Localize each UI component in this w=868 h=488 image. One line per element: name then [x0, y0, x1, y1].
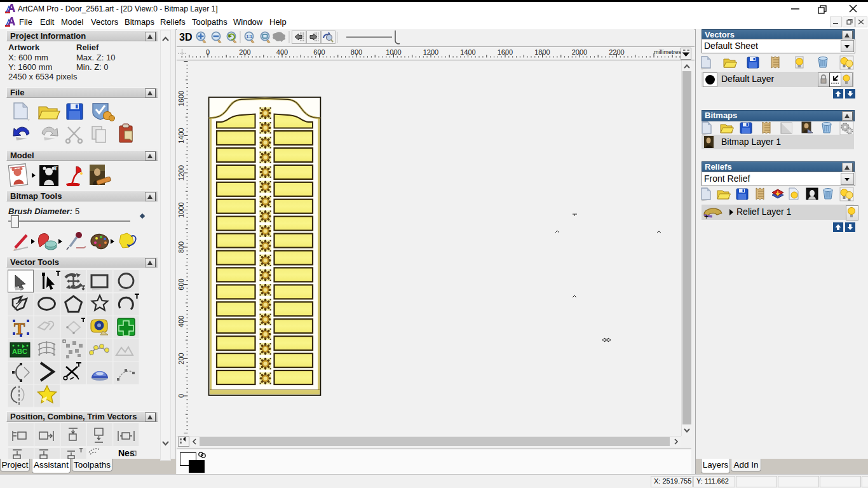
svg-text:1000: 1000	[177, 202, 185, 217]
svg-text:400: 400	[177, 316, 185, 327]
svg-text:ABC: ABC	[12, 348, 27, 355]
svg-text:millimetres: millimetres	[654, 49, 682, 55]
svg-text:+: +	[704, 212, 709, 220]
svg-text:1600: 1600	[177, 91, 185, 106]
svg-text:600: 600	[177, 278, 185, 290]
svg-text:Nes: Nes	[118, 448, 135, 458]
svg-text:T: T	[14, 320, 25, 338]
svg-text:800: 800	[177, 241, 185, 253]
svg-text:1200: 1200	[177, 165, 185, 180]
svg-text:200: 200	[177, 353, 185, 364]
svg-text:1400: 1400	[177, 128, 185, 143]
svg-text:3D: 3D	[179, 32, 192, 43]
svg-text:T: T	[54, 165, 58, 172]
svg-text:1:1: 1:1	[247, 34, 253, 39]
svg-text:0: 0	[177, 394, 185, 398]
